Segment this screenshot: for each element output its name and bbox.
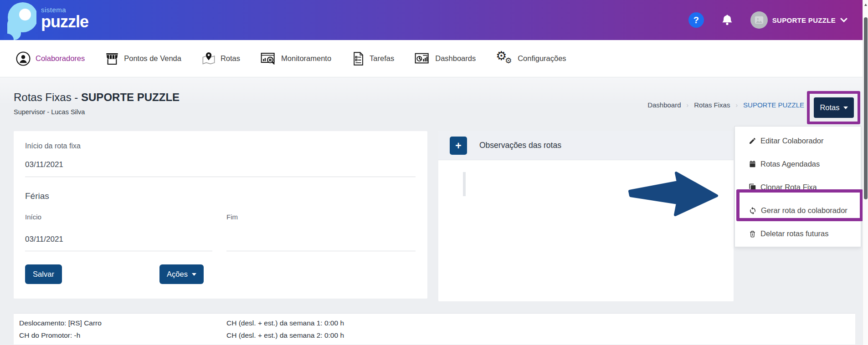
notifications-button[interactable] xyxy=(720,13,734,27)
menu-item-deletar-rotas-futuras[interactable]: Deletar rotas futuras xyxy=(735,222,861,245)
summary-ch-semana-2: CH (desl. + est.) da semana 2: 0:00 h xyxy=(226,331,344,340)
trash-icon xyxy=(749,230,756,238)
help-glyph: ? xyxy=(693,15,699,25)
scroll-up-arrow-icon xyxy=(864,4,867,6)
route-settings-card: Início da rota fixa 03/11/2021 Férias In… xyxy=(14,131,427,299)
caret-down-icon xyxy=(843,107,848,109)
add-observation-button[interactable]: + xyxy=(450,137,467,155)
breadcrumb-dashboard[interactable]: Dashboard xyxy=(647,101,681,109)
breadcrumb: Dashboard › Rotas Fixas › SUPORTE PUZZLE xyxy=(647,101,804,109)
page-scrollbar[interactable] xyxy=(863,0,868,345)
rota-start-input[interactable]: 03/11/2021 xyxy=(25,160,63,169)
brand-text: sistema puzzle xyxy=(41,6,88,30)
summary-ch-promotor: CH do Promotor: -h xyxy=(19,331,80,340)
summary-ch-semana-1: CH (desl. + est.) da semana 1: 0:00 h xyxy=(226,319,344,327)
page-title-prefix: Rotas Fixas - xyxy=(14,91,81,103)
page-title: Rotas Fixas - SUPORTE PUZZLE xyxy=(14,91,180,104)
nav-item-monitoramento[interactable]: Monitoramento xyxy=(260,51,331,66)
ferias-fim-underline xyxy=(226,251,416,251)
chevron-down-icon xyxy=(840,18,847,22)
breadcrumb-rotas-fixas[interactable]: Rotas Fixas xyxy=(694,101,730,109)
avatar xyxy=(750,11,768,29)
main-content: Rotas Fixas - SUPORTE PUZZLE Supervisor … xyxy=(0,77,868,345)
acoes-button[interactable]: Ações xyxy=(159,264,204,284)
salvar-button-label: Salvar xyxy=(33,270,54,279)
clone-icon xyxy=(749,183,756,191)
menu-item-gerar-rota-do-colaborador[interactable]: Gerar rota do colaborador xyxy=(735,199,861,222)
bell-icon xyxy=(721,13,734,27)
puzzle-logo-icon xyxy=(4,1,36,40)
header-right: ? SUPORTE PUZZLE xyxy=(688,0,847,40)
brand-puzzle: puzzle xyxy=(41,14,88,30)
nav-item-rotas[interactable]: Rotas xyxy=(201,51,240,66)
breadcrumb-current: SUPORTE PUZZLE xyxy=(743,101,804,109)
page-title-name: SUPORTE PUZZLE xyxy=(81,91,180,103)
observations-header: + Observações das rotas xyxy=(438,131,734,160)
dashboard-charts-icon xyxy=(414,51,431,66)
nav-item-configuracoes[interactable]: ⚙ ⚙ Configurações xyxy=(496,51,566,67)
image-placeholder-icon xyxy=(754,15,764,25)
pencil-icon xyxy=(749,137,756,145)
app-header: sistema puzzle ? xyxy=(0,0,868,40)
person-circle-icon xyxy=(15,51,31,66)
ferias-inicio-underline xyxy=(25,251,212,251)
rota-start-label: Início da rota fixa xyxy=(25,142,81,150)
rotas-button-label: Rotas xyxy=(820,103,839,112)
menu-item-label: Deletar rotas futuras xyxy=(760,229,828,238)
menu-item-clonar-rota-fixa[interactable]: Clonar Rota Fixa xyxy=(735,176,861,199)
nav-item-colaboradores[interactable]: Colaboradores xyxy=(15,51,85,66)
nav-label: Tarefas xyxy=(370,54,394,63)
acoes-button-label: Ações xyxy=(167,270,188,279)
nav-label: Dashboards xyxy=(435,54,476,63)
breadcrumb-separator: › xyxy=(735,101,738,109)
help-button[interactable]: ? xyxy=(688,12,704,28)
menu-item-rotas-agendadas[interactable]: Rotas Agendadas xyxy=(735,152,861,176)
calendar-icon xyxy=(749,160,756,168)
summary-deslocamento: Deslocamento: [RS] Carro xyxy=(19,319,102,327)
gears-icon: ⚙ ⚙ xyxy=(496,51,513,67)
menu-item-label: Gerar rota do colaborador xyxy=(761,206,847,215)
observations-scrollbar-thumb[interactable] xyxy=(463,172,466,196)
nav-label: Colaboradores xyxy=(36,54,85,63)
breadcrumb-separator: › xyxy=(687,101,689,109)
nav-label: Rotas xyxy=(221,54,240,63)
task-list-icon xyxy=(351,51,365,66)
storefront-icon xyxy=(105,51,119,66)
rota-start-underline xyxy=(25,177,416,177)
menu-item-label: Rotas Agendadas xyxy=(760,160,820,168)
nav-item-dashboards[interactable]: Dashboards xyxy=(414,51,476,66)
ferias-inicio-label: Início xyxy=(25,213,41,221)
rotas-dropdown-button[interactable]: Rotas xyxy=(814,97,854,118)
salvar-button[interactable]: Salvar xyxy=(25,264,62,284)
app-logo[interactable]: sistema puzzle xyxy=(4,1,88,40)
nav-label: Configurações xyxy=(518,54,566,63)
menu-item-editar-colaborador[interactable]: Editar Colaborador xyxy=(735,129,861,152)
ferias-inicio-input[interactable]: 03/11/2021 xyxy=(25,235,63,244)
rotas-dropdown-menu: Editar Colaborador Rotas Agendadas Clona… xyxy=(734,126,861,247)
nav-item-tarefas[interactable]: Tarefas xyxy=(351,51,394,66)
observations-card: + Observações das rotas xyxy=(438,131,734,301)
menu-item-label: Editar Colaborador xyxy=(760,137,824,145)
page-scrollbar-thumb[interactable] xyxy=(864,17,868,199)
plus-icon: + xyxy=(455,141,461,151)
monitor-search-icon xyxy=(260,51,277,66)
screen: sistema puzzle ? xyxy=(0,0,868,345)
route-summary: Deslocamento: [RS] Carro CH do Promotor:… xyxy=(14,313,855,345)
map-pin-icon xyxy=(201,51,216,66)
nav-label: Monitoramento xyxy=(281,54,331,63)
nav-label: Pontos de Venda xyxy=(124,54,181,63)
user-name: SUPORTE PUZZLE xyxy=(772,16,836,24)
ferias-fim-label: Fim xyxy=(226,213,238,221)
nav-item-pontos-de-venda[interactable]: Pontos de Venda xyxy=(105,51,181,66)
user-menu[interactable]: SUPORTE PUZZLE xyxy=(750,11,847,29)
observations-title: Observações das rotas xyxy=(479,141,561,150)
main-nav: Colaboradores Pontos de Venda Rotas xyxy=(0,40,868,77)
ferias-title: Férias xyxy=(25,191,49,201)
refresh-icon xyxy=(749,207,757,215)
page-subtitle: Supervisor - Lucas Silva xyxy=(14,108,85,116)
caret-down-icon xyxy=(192,273,196,276)
menu-item-label: Clonar Rota Fixa xyxy=(760,183,817,192)
